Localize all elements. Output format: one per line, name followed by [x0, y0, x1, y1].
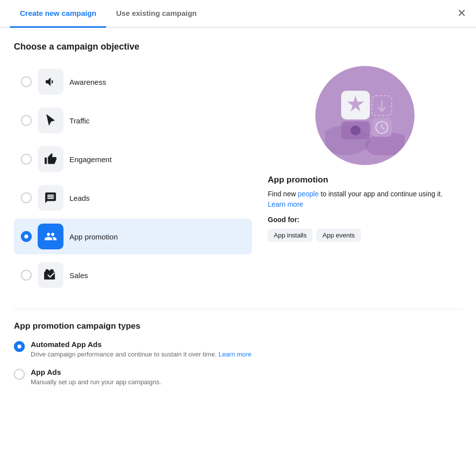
objective-item-engagement[interactable]: Engagement: [14, 141, 252, 177]
label-awareness: Awareness: [69, 78, 106, 86]
tags-container: App installs App events: [268, 229, 462, 242]
campaign-type-name-automated: Automated App Ads: [31, 340, 251, 349]
radio-app-promotion[interactable]: [21, 231, 32, 242]
label-sales: Sales: [69, 271, 88, 280]
tab-use-existing[interactable]: Use existing campaign: [106, 0, 207, 28]
chat-icon: [44, 191, 57, 204]
apppromo-icon: [44, 230, 57, 243]
icon-box-traffic: [38, 108, 63, 133]
promo-link-people[interactable]: people: [298, 190, 319, 198]
radio-awareness[interactable]: [21, 76, 32, 87]
automated-learn-more-link[interactable]: Learn more: [219, 351, 251, 358]
section-title: Choose a campaign objective: [14, 42, 462, 52]
campaign-type-info-app-ads: App Ads Manually set up and run your app…: [31, 368, 161, 387]
good-for-title: Good for:: [268, 216, 462, 224]
icon-box-sales: [38, 262, 63, 288]
objective-item-awareness[interactable]: Awareness: [14, 64, 252, 100]
radio-engagement[interactable]: [21, 154, 32, 165]
promo-desc-text1: Find new: [268, 190, 298, 198]
promo-desc-text2: to install your app and continue using i…: [319, 190, 443, 198]
illustration-svg: [325, 76, 405, 155]
radio-traffic[interactable]: [21, 115, 32, 126]
icon-box-leads: [38, 185, 63, 211]
svg-point-12: [351, 125, 360, 135]
promo-description: Find new people to install your app and …: [268, 189, 462, 210]
icon-box-engagement: [38, 146, 63, 172]
campaign-types-title: App promotion campaign types: [14, 321, 462, 331]
objective-item-traffic[interactable]: Traffic: [14, 103, 252, 138]
close-button[interactable]: ✕: [457, 8, 466, 19]
icon-box-app-promotion: [38, 224, 63, 249]
objective-item-leads[interactable]: Leads: [14, 180, 252, 216]
campaign-type-item-app-ads[interactable]: App Ads Manually set up and run your app…: [14, 368, 462, 387]
objective-item-sales[interactable]: Sales: [14, 257, 252, 293]
tag-app-events: App events: [316, 229, 360, 242]
objective-item-app-promotion[interactable]: App promotion: [14, 219, 252, 254]
campaign-type-name-app-ads: App Ads: [31, 368, 161, 376]
radio-app-ads[interactable]: [14, 369, 25, 380]
radio-automated-app-ads[interactable]: [14, 341, 25, 352]
campaign-type-item-automated[interactable]: Automated App Ads Drive campaign perform…: [14, 340, 462, 359]
right-panel: App promotion Find new people to install…: [268, 64, 462, 293]
campaign-type-desc-app-ads: Manually set up and run your app campaig…: [31, 378, 161, 387]
tab-create-new[interactable]: Create new campaign: [10, 0, 106, 28]
radio-sales[interactable]: [21, 270, 32, 281]
campaign-type-info-automated: Automated App Ads Drive campaign perform…: [31, 340, 251, 359]
thumbup-icon: [44, 153, 57, 166]
icon-box-awareness: [38, 69, 63, 95]
label-app-promotion: App promotion: [69, 233, 118, 241]
radio-leads[interactable]: [21, 192, 32, 203]
app-promotion-illustration: [315, 66, 415, 165]
promo-title: App promotion: [268, 175, 462, 185]
promo-link-learn-more[interactable]: Learn more: [268, 200, 303, 208]
briefcase-icon: [44, 269, 57, 282]
label-engagement: Engagement: [69, 155, 112, 164]
modal-content: Choose a campaign objective Awareness: [0, 28, 476, 411]
tag-app-installs: App installs: [268, 229, 312, 242]
campaign-type-desc-automated: Drive campaign performance and continue …: [31, 350, 251, 359]
label-leads: Leads: [69, 194, 90, 202]
cursor-icon: [44, 114, 57, 127]
tabs-bar: Create new campaign Use existing campaig…: [0, 0, 476, 28]
label-traffic: Traffic: [69, 117, 90, 125]
automated-desc-text: Drive campaign performance and continue …: [31, 351, 217, 358]
main-area: Awareness Traffic: [14, 64, 462, 293]
megaphone-icon: [44, 75, 57, 88]
objectives-list: Awareness Traffic: [14, 64, 252, 293]
campaign-types-section: App promotion campaign types Automated A…: [14, 309, 462, 387]
